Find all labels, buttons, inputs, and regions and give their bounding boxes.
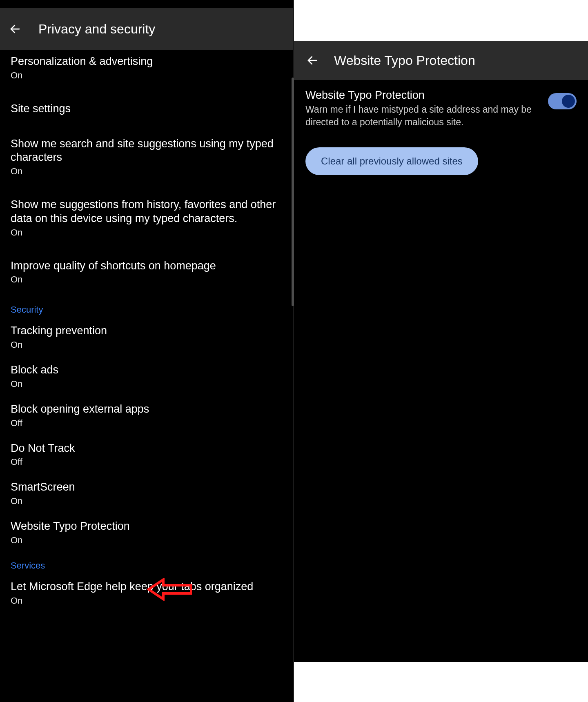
header-bar: Privacy and security — [0, 8, 294, 50]
setting-title: Site settings — [11, 102, 283, 116]
setting-item-tabs-organized[interactable]: Let Microsoft Edge help keep your tabs o… — [11, 573, 283, 612]
setting-status: On — [11, 274, 283, 285]
scrollbar-thumb[interactable] — [292, 78, 294, 306]
top-whitespace — [294, 0, 588, 41]
setting-title: Improve quality of shortcuts on homepage — [11, 259, 283, 273]
setting-item-do-not-track[interactable]: Do Not Track Off — [11, 434, 283, 473]
setting-title: Block opening external apps — [11, 402, 283, 416]
setting-status: On — [11, 535, 283, 546]
setting-item-smartscreen[interactable]: SmartScreen On — [11, 473, 283, 512]
bottom-whitespace — [294, 662, 588, 702]
setting-item-shortcuts-quality[interactable]: Improve quality of shortcuts on homepage… — [11, 249, 283, 296]
setting-title: Do Not Track — [11, 442, 283, 455]
setting-item-search-suggestions[interactable]: Show me search and site suggestions usin… — [11, 127, 283, 188]
typo-protection-toggle-row: Website Typo Protection Warn me if I hav… — [305, 89, 577, 129]
setting-title: Block ads — [11, 363, 283, 377]
setting-status: On — [11, 496, 283, 507]
setting-item-block-external-apps[interactable]: Block opening external apps Off — [11, 395, 283, 434]
settings-list: Personalization & advertising On Site se… — [0, 50, 294, 702]
typo-protection-switch[interactable] — [548, 93, 577, 109]
back-arrow-icon[interactable] — [305, 53, 319, 67]
page-title: Website Typo Protection — [334, 53, 475, 68]
setting-item-personalization[interactable]: Personalization & advertising On — [11, 50, 283, 91]
setting-status: Off — [11, 457, 283, 467]
header-bar: Website Typo Protection — [294, 41, 588, 80]
toggle-title: Website Typo Protection — [305, 89, 538, 102]
setting-status: On — [11, 595, 283, 606]
toggle-description: Warn me if I have mistyped a site addres… — [305, 103, 538, 129]
toggle-text: Website Typo Protection Warn me if I hav… — [305, 89, 548, 129]
typo-protection-panel: Website Typo Protection Website Typo Pro… — [294, 0, 588, 702]
page-title: Privacy and security — [38, 22, 155, 37]
setting-item-website-typo-protection[interactable]: Website Typo Protection On — [11, 512, 283, 551]
clear-allowed-sites-button[interactable]: Clear all previously allowed sites — [305, 147, 478, 175]
setting-item-block-ads[interactable]: Block ads On — [11, 356, 283, 395]
setting-status: On — [11, 70, 283, 81]
switch-knob — [562, 95, 575, 108]
setting-status: On — [11, 379, 283, 389]
setting-title: SmartScreen — [11, 480, 283, 494]
setting-status: Off — [11, 418, 283, 429]
setting-status: On — [11, 340, 283, 350]
setting-title: Let Microsoft Edge help keep your tabs o… — [11, 580, 283, 594]
setting-item-tracking-prevention[interactable]: Tracking prevention On — [11, 317, 283, 356]
privacy-security-panel: Privacy and security Personalization & a… — [0, 0, 294, 702]
section-header-services: Services — [11, 551, 283, 573]
setting-item-site-settings[interactable]: Site settings — [11, 91, 283, 127]
typo-protection-body: Website Typo Protection Warn me if I hav… — [294, 80, 588, 662]
setting-title: Website Typo Protection — [11, 520, 283, 533]
setting-title: Show me search and site suggestions usin… — [11, 137, 283, 165]
setting-status: On — [11, 166, 283, 177]
setting-title: Personalization & advertising — [11, 55, 283, 69]
setting-status: On — [11, 227, 283, 238]
section-header-security: Security — [11, 295, 283, 317]
setting-title: Show me suggestions from history, favori… — [11, 198, 283, 226]
setting-title: Tracking prevention — [11, 324, 283, 338]
setting-item-history-suggestions[interactable]: Show me suggestions from history, favori… — [11, 187, 283, 249]
back-arrow-icon[interactable] — [8, 22, 22, 36]
